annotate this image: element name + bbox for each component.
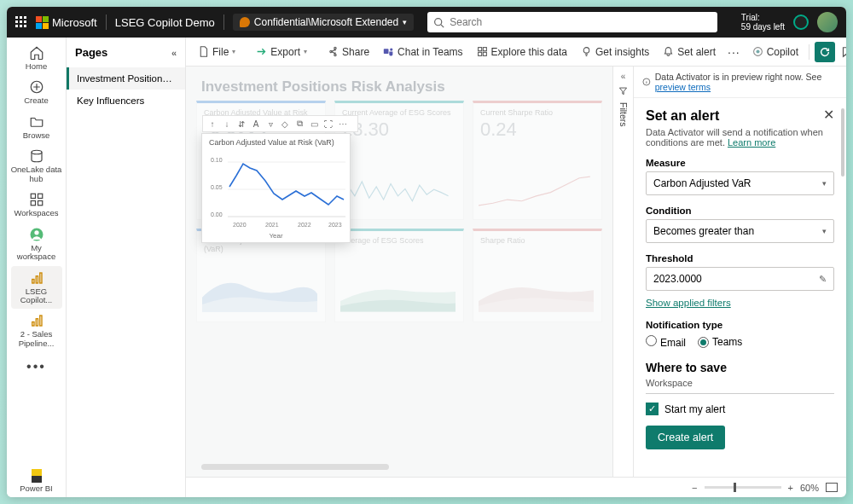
- chart-xlabel: Year: [202, 232, 350, 242]
- viz-tile[interactable]: Average of ESG Scores: [334, 229, 464, 322]
- start-alert-checkbox[interactable]: ✓: [646, 403, 659, 415]
- filter-icon[interactable]: ▿: [264, 117, 277, 130]
- rail-home[interactable]: Home: [11, 41, 62, 75]
- pin-icon[interactable]: ◇: [278, 117, 292, 130]
- radio-teams[interactable]: Teams: [698, 336, 742, 348]
- copilot-icon: [752, 46, 763, 57]
- pages-heading: Pages: [75, 46, 107, 59]
- grid-icon: [29, 192, 44, 207]
- svg-text:0.00: 0.00: [211, 211, 223, 217]
- rail-browse[interactable]: Browse: [11, 110, 62, 144]
- svg-rect-3: [38, 194, 42, 198]
- explore-button[interactable]: Explore this data: [472, 43, 572, 61]
- bulb-icon: [581, 46, 592, 57]
- insights-button[interactable]: Get insights: [576, 43, 654, 61]
- search-input[interactable]: [427, 12, 717, 32]
- refresh-button[interactable]: [815, 42, 835, 62]
- svg-rect-10: [39, 273, 41, 283]
- rail-powerbi[interactable]: Power BI: [11, 460, 62, 497]
- share-button[interactable]: Share: [322, 43, 374, 61]
- measure-select[interactable]: Carbon Adjusted VaR▾: [646, 171, 834, 195]
- confidentiality-dropdown[interactable]: Confidential\Microsoft Extended ▾: [233, 14, 414, 31]
- line-chart: 0.10 0.05 0.00 2020 2021 2022 2023: [202, 147, 351, 232]
- refresh-icon: [819, 46, 831, 58]
- more-icon[interactable]: ⋯: [336, 117, 350, 130]
- rail-onelake[interactable]: OneLake data hub: [11, 144, 62, 188]
- collapse-pages-icon[interactable]: «: [171, 48, 177, 58]
- expand-icon[interactable]: ⇵: [235, 117, 248, 130]
- share-icon: [328, 46, 339, 57]
- svg-rect-17: [384, 49, 389, 54]
- person-icon: [29, 227, 44, 242]
- horizontal-scrollbar[interactable]: [201, 464, 389, 470]
- app-launcher-icon[interactable]: [15, 16, 27, 28]
- where-to-save-heading: Where to save: [646, 361, 834, 374]
- report-canvas[interactable]: Investment Positions Risk Analysis Carbo…: [186, 67, 612, 477]
- create-alert-button[interactable]: Create alert: [646, 426, 725, 449]
- workspace-label[interactable]: Workspace: [646, 374, 834, 394]
- zoom-in-button[interactable]: +: [788, 483, 793, 493]
- learn-more-link[interactable]: Learn more: [728, 137, 775, 148]
- svg-rect-21: [478, 52, 481, 55]
- presence-icon[interactable]: [793, 14, 809, 30]
- rail-more[interactable]: •••: [26, 352, 46, 381]
- focused-visual[interactable]: ↑ ↓ ⇵ А ▿ ◇ ⧉ ▭ ⛶ ⋯ Carbon Adjusted Valu…: [201, 133, 351, 243]
- svg-rect-12: [36, 319, 38, 326]
- copy-icon[interactable]: ⧉: [293, 117, 306, 130]
- measure-label: Measure: [646, 158, 834, 168]
- page-item-key-influencers[interactable]: Key Influencers: [67, 90, 185, 112]
- chat-teams-button[interactable]: Chat in Teams: [378, 43, 467, 61]
- alert-pane: Data Activator is in preview right now. …: [633, 67, 846, 477]
- svg-rect-5: [38, 201, 42, 206]
- file-icon: [198, 46, 209, 57]
- svg-rect-19: [478, 48, 481, 51]
- threshold-input[interactable]: 2023.0000 ✎: [646, 267, 834, 291]
- rail-sales-pipeline[interactable]: 2 - Sales Pipeline...: [11, 309, 62, 352]
- report-title: Investment Positions Risk Analysis: [201, 78, 445, 96]
- zoom-out-button[interactable]: −: [692, 483, 697, 493]
- rail-create[interactable]: Create: [11, 75, 62, 109]
- copilot-button[interactable]: Copilot: [747, 43, 804, 61]
- rail-lseg-copilot[interactable]: LSEG Copilot...: [11, 266, 62, 310]
- zoom-slider[interactable]: [705, 486, 781, 489]
- applied-filters-link[interactable]: Show applied filters: [646, 298, 731, 308]
- funnel-icon: [618, 86, 628, 96]
- hierarchy-icon[interactable]: А: [249, 117, 263, 130]
- plus-circle-icon: [29, 79, 44, 95]
- toolbar-overflow[interactable]: ···: [724, 43, 744, 61]
- rail-my-workspace[interactable]: My workspace: [11, 223, 62, 266]
- svg-text:0.10: 0.10: [211, 157, 223, 163]
- bookmark-button[interactable]: ▾: [838, 42, 846, 62]
- folder-icon: [29, 114, 44, 130]
- shield-icon: [240, 17, 250, 27]
- set-alert-button[interactable]: Set alert: [658, 43, 721, 61]
- drill-up-icon[interactable]: ↑: [206, 117, 219, 130]
- explore-icon: [477, 46, 488, 57]
- microsoft-logo: Microsoft: [36, 16, 97, 29]
- rail-workspaces[interactable]: Workspaces: [11, 188, 62, 222]
- svg-rect-8: [32, 279, 33, 283]
- pencil-icon: ✎: [819, 274, 827, 285]
- svg-rect-22: [483, 52, 486, 55]
- svg-text:2021: 2021: [265, 222, 279, 228]
- svg-rect-9: [36, 275, 38, 282]
- viz-tile[interactable]: Sharpe Ratio: [473, 229, 602, 322]
- fit-to-page-icon[interactable]: [826, 483, 838, 492]
- condition-select[interactable]: Becomes greater than▾: [646, 219, 834, 243]
- divider: [223, 14, 224, 30]
- radio-email[interactable]: Email: [646, 335, 686, 349]
- filters-label: Filters: [618, 102, 629, 127]
- avatar[interactable]: [817, 12, 838, 32]
- close-icon[interactable]: ✕: [823, 108, 834, 122]
- page-item-investment-risk[interactable]: Investment Positions Ri...: [67, 67, 185, 90]
- spotlight-icon[interactable]: ▭: [307, 117, 321, 130]
- drill-down-icon[interactable]: ↓: [220, 117, 234, 130]
- svg-rect-13: [39, 316, 41, 326]
- preview-terms-link[interactable]: preview terms: [655, 82, 711, 92]
- visual-toolbar: ↑ ↓ ⇵ А ▿ ◇ ⧉ ▭ ⛶ ⋯: [202, 115, 358, 132]
- file-menu[interactable]: File▾: [193, 43, 241, 61]
- focus-icon[interactable]: ⛶: [322, 117, 335, 130]
- filters-pane-collapsed[interactable]: « Filters: [612, 67, 633, 477]
- viz-tile[interactable]: Current Sharpe Ratio0.24: [473, 101, 602, 220]
- export-menu[interactable]: Export▾: [251, 43, 312, 61]
